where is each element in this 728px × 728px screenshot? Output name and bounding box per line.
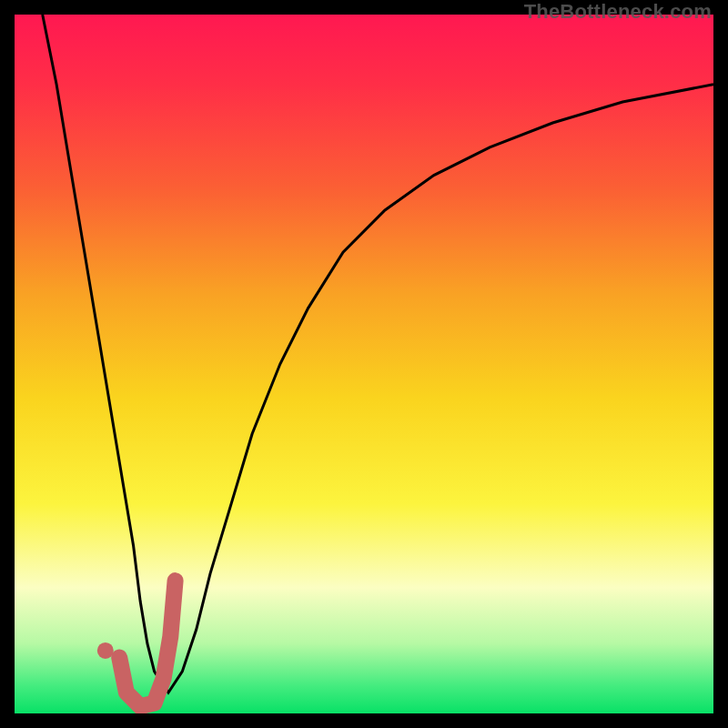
chart-svg: [15, 15, 713, 713]
chart-background: [15, 15, 713, 713]
chart-frame: [15, 15, 713, 713]
watermark-text: TheBottleneck.com: [524, 0, 712, 24]
highlight-dot: [97, 642, 114, 659]
